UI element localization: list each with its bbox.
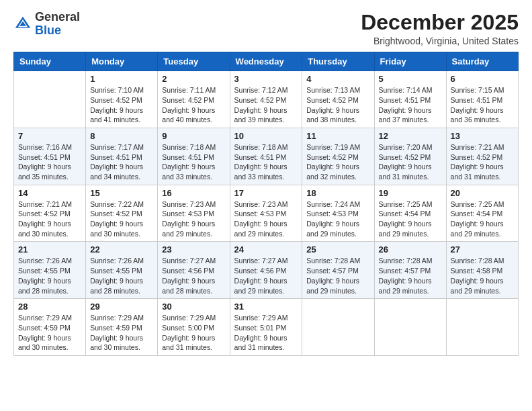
day-info: Sunrise: 7:12 AMSunset: 4:52 PMDaylight:…	[234, 85, 298, 125]
calendar-cell	[302, 299, 374, 356]
calendar-cell: 21Sunrise: 7:26 AMSunset: 4:55 PMDayligh…	[14, 242, 86, 299]
day-info: Sunrise: 7:14 AMSunset: 4:51 PMDaylight:…	[379, 85, 442, 125]
day-info: Sunrise: 7:22 AMSunset: 4:52 PMDaylight:…	[90, 199, 153, 239]
logo: General Blue	[13, 11, 80, 38]
day-number: 2	[162, 74, 225, 84]
calendar-cell: 16Sunrise: 7:23 AMSunset: 4:53 PMDayligh…	[158, 185, 230, 242]
day-info: Sunrise: 7:26 AMSunset: 4:55 PMDaylight:…	[90, 256, 153, 295]
day-number: 29	[90, 302, 153, 312]
day-number: 7	[18, 131, 81, 141]
day-number: 20	[451, 188, 514, 198]
logo-general-text: General	[35, 10, 80, 24]
calendar-week-4: 21Sunrise: 7:26 AMSunset: 4:55 PMDayligh…	[14, 242, 519, 299]
calendar-header-saturday: Saturday	[446, 52, 518, 71]
logo-text: General Blue	[35, 11, 80, 38]
day-info: Sunrise: 7:10 AMSunset: 4:52 PMDaylight:…	[90, 85, 153, 125]
day-info: Sunrise: 7:25 AMSunset: 4:54 PMDaylight:…	[451, 199, 514, 239]
calendar-table: SundayMondayTuesdayWednesdayThursdayFrid…	[13, 52, 519, 356]
calendar-header-thursday: Thursday	[302, 52, 374, 71]
day-number: 27	[451, 244, 514, 255]
calendar-cell: 15Sunrise: 7:22 AMSunset: 4:52 PMDayligh…	[86, 185, 158, 242]
day-info: Sunrise: 7:21 AMSunset: 4:52 PMDaylight:…	[18, 199, 81, 239]
calendar-header-sunday: Sunday	[14, 52, 86, 71]
day-info: Sunrise: 7:29 AMSunset: 4:59 PMDaylight:…	[18, 313, 81, 353]
title-block: December 2025 Brightwood, Virginia, Unit…	[361, 11, 519, 46]
day-number: 26	[379, 244, 442, 255]
calendar-week-1: 1Sunrise: 7:10 AMSunset: 4:52 PMDaylight…	[14, 71, 519, 128]
day-info: Sunrise: 7:21 AMSunset: 4:52 PMDaylight:…	[451, 142, 514, 182]
calendar-header-friday: Friday	[374, 52, 446, 71]
calendar-cell: 13Sunrise: 7:21 AMSunset: 4:52 PMDayligh…	[446, 128, 518, 185]
day-number: 16	[162, 188, 225, 198]
day-info: Sunrise: 7:17 AMSunset: 4:51 PMDaylight:…	[90, 142, 153, 182]
calendar-cell: 5Sunrise: 7:14 AMSunset: 4:51 PMDaylight…	[374, 71, 446, 128]
calendar-cell: 24Sunrise: 7:27 AMSunset: 4:56 PMDayligh…	[230, 242, 302, 299]
day-info: Sunrise: 7:16 AMSunset: 4:51 PMDaylight:…	[18, 142, 81, 182]
calendar-cell: 2Sunrise: 7:11 AMSunset: 4:52 PMDaylight…	[158, 71, 230, 128]
calendar-cell: 31Sunrise: 7:29 AMSunset: 5:01 PMDayligh…	[230, 299, 302, 356]
calendar-cell	[14, 71, 86, 128]
day-number: 11	[306, 131, 369, 141]
day-info: Sunrise: 7:18 AMSunset: 4:51 PMDaylight:…	[162, 142, 225, 182]
calendar-cell: 8Sunrise: 7:17 AMSunset: 4:51 PMDaylight…	[86, 128, 158, 185]
calendar-cell: 25Sunrise: 7:28 AMSunset: 4:57 PMDayligh…	[302, 242, 374, 299]
day-number: 6	[451, 74, 514, 84]
day-number: 31	[234, 302, 298, 312]
calendar-header-tuesday: Tuesday	[158, 52, 230, 71]
day-info: Sunrise: 7:29 AMSunset: 5:01 PMDaylight:…	[234, 313, 298, 353]
day-number: 12	[379, 131, 442, 141]
day-number: 25	[306, 244, 369, 255]
day-info: Sunrise: 7:18 AMSunset: 4:51 PMDaylight:…	[234, 142, 298, 182]
calendar-cell: 6Sunrise: 7:15 AMSunset: 4:51 PMDaylight…	[446, 71, 518, 128]
month-title: December 2025	[361, 11, 519, 34]
day-number: 5	[379, 74, 442, 84]
day-info: Sunrise: 7:23 AMSunset: 4:53 PMDaylight:…	[234, 199, 298, 239]
calendar-header-row: SundayMondayTuesdayWednesdayThursdayFrid…	[14, 52, 519, 71]
calendar-cell: 3Sunrise: 7:12 AMSunset: 4:52 PMDaylight…	[230, 71, 302, 128]
day-info: Sunrise: 7:29 AMSunset: 5:00 PMDaylight:…	[162, 313, 225, 353]
day-number: 8	[90, 131, 153, 141]
day-number: 1	[90, 74, 153, 84]
day-number: 17	[234, 188, 298, 198]
calendar-cell: 11Sunrise: 7:19 AMSunset: 4:52 PMDayligh…	[302, 128, 374, 185]
day-number: 4	[306, 74, 369, 84]
logo-blue-text: Blue	[35, 24, 61, 37]
calendar-cell	[374, 299, 446, 356]
day-info: Sunrise: 7:28 AMSunset: 4:58 PMDaylight:…	[451, 256, 514, 295]
day-number: 19	[379, 188, 442, 198]
day-number: 30	[162, 302, 225, 312]
day-info: Sunrise: 7:26 AMSunset: 4:55 PMDaylight:…	[18, 256, 81, 295]
day-number: 15	[90, 188, 153, 198]
day-info: Sunrise: 7:23 AMSunset: 4:53 PMDaylight:…	[162, 199, 225, 239]
day-info: Sunrise: 7:27 AMSunset: 4:56 PMDaylight:…	[162, 256, 225, 295]
calendar-cell: 12Sunrise: 7:20 AMSunset: 4:52 PMDayligh…	[374, 128, 446, 185]
day-info: Sunrise: 7:24 AMSunset: 4:53 PMDaylight:…	[306, 199, 369, 239]
day-info: Sunrise: 7:11 AMSunset: 4:52 PMDaylight:…	[162, 85, 225, 125]
day-info: Sunrise: 7:19 AMSunset: 4:52 PMDaylight:…	[306, 142, 369, 182]
day-number: 28	[18, 302, 81, 312]
calendar-cell: 30Sunrise: 7:29 AMSunset: 5:00 PMDayligh…	[158, 299, 230, 356]
calendar-cell: 20Sunrise: 7:25 AMSunset: 4:54 PMDayligh…	[446, 185, 518, 242]
calendar-cell: 10Sunrise: 7:18 AMSunset: 4:51 PMDayligh…	[230, 128, 302, 185]
calendar-header-wednesday: Wednesday	[230, 52, 302, 71]
calendar-cell: 28Sunrise: 7:29 AMSunset: 4:59 PMDayligh…	[14, 299, 86, 356]
calendar-header-monday: Monday	[86, 52, 158, 71]
calendar-cell: 22Sunrise: 7:26 AMSunset: 4:55 PMDayligh…	[86, 242, 158, 299]
day-number: 3	[234, 74, 298, 84]
calendar-week-2: 7Sunrise: 7:16 AMSunset: 4:51 PMDaylight…	[14, 128, 519, 185]
day-info: Sunrise: 7:28 AMSunset: 4:57 PMDaylight:…	[306, 256, 369, 295]
calendar-cell: 18Sunrise: 7:24 AMSunset: 4:53 PMDayligh…	[302, 185, 374, 242]
page-header: General Blue December 2025 Brightwood, V…	[13, 11, 519, 46]
day-number: 21	[18, 244, 81, 255]
calendar-cell: 17Sunrise: 7:23 AMSunset: 4:53 PMDayligh…	[230, 185, 302, 242]
logo-icon	[13, 15, 32, 34]
day-number: 23	[162, 244, 225, 255]
day-number: 9	[162, 131, 225, 141]
calendar-week-3: 14Sunrise: 7:21 AMSunset: 4:52 PMDayligh…	[14, 185, 519, 242]
day-info: Sunrise: 7:13 AMSunset: 4:52 PMDaylight:…	[306, 85, 369, 125]
calendar-cell: 4Sunrise: 7:13 AMSunset: 4:52 PMDaylight…	[302, 71, 374, 128]
day-number: 18	[306, 188, 369, 198]
calendar-cell: 19Sunrise: 7:25 AMSunset: 4:54 PMDayligh…	[374, 185, 446, 242]
calendar-cell: 26Sunrise: 7:28 AMSunset: 4:57 PMDayligh…	[374, 242, 446, 299]
calendar-cell	[446, 299, 518, 356]
